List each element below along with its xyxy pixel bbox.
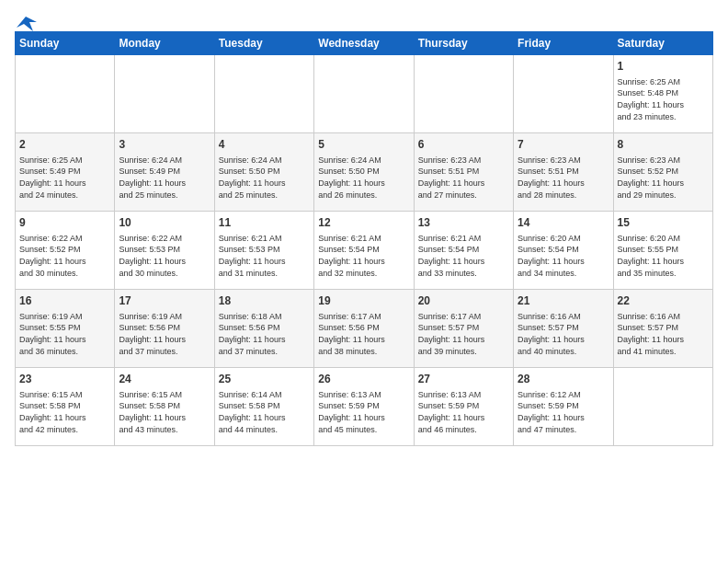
day-number: 5 <box>318 137 409 153</box>
day-header-sunday: Sunday <box>16 32 115 55</box>
calendar-cell: 19Sunrise: 6:17 AM Sunset: 5:56 PM Dayli… <box>314 290 414 368</box>
day-number: 4 <box>219 137 310 153</box>
cell-info-text: Sunrise: 6:19 AM Sunset: 5:55 PM Dayligh… <box>19 311 110 357</box>
calendar-cell <box>414 55 513 133</box>
calendar-cell: 6Sunrise: 6:23 AM Sunset: 5:51 PM Daylig… <box>414 133 513 212</box>
day-number: 27 <box>418 372 509 387</box>
calendar-header-row: SundayMondayTuesdayWednesdayThursdayFrid… <box>16 32 713 55</box>
calendar-cell: 21Sunrise: 6:16 AM Sunset: 5:57 PM Dayli… <box>514 290 613 368</box>
day-header-thursday: Thursday <box>414 32 513 55</box>
cell-info-text: Sunrise: 6:12 AM Sunset: 5:59 PM Dayligh… <box>518 389 609 435</box>
cell-info-text: Sunrise: 6:24 AM Sunset: 5:50 PM Dayligh… <box>318 155 409 201</box>
calendar-week-4: 16Sunrise: 6:19 AM Sunset: 5:55 PM Dayli… <box>16 290 713 368</box>
cell-info-text: Sunrise: 6:15 AM Sunset: 5:58 PM Dayligh… <box>19 389 110 435</box>
calendar-cell: 4Sunrise: 6:24 AM Sunset: 5:50 PM Daylig… <box>214 133 313 212</box>
calendar-cell <box>16 55 115 133</box>
day-number: 18 <box>219 293 310 309</box>
calendar-cell <box>314 55 414 133</box>
calendar-cell: 8Sunrise: 6:23 AM Sunset: 5:52 PM Daylig… <box>613 133 712 212</box>
day-number: 15 <box>618 215 709 231</box>
calendar-cell: 1Sunrise: 6:25 AM Sunset: 5:48 PM Daylig… <box>613 55 712 133</box>
calendar-cell: 27Sunrise: 6:13 AM Sunset: 5:59 PM Dayli… <box>414 368 513 446</box>
calendar-cell: 12Sunrise: 6:21 AM Sunset: 5:54 PM Dayli… <box>314 212 414 290</box>
calendar-cell: 14Sunrise: 6:20 AM Sunset: 5:54 PM Dayli… <box>514 212 613 290</box>
calendar-cell: 26Sunrise: 6:13 AM Sunset: 5:59 PM Dayli… <box>314 368 414 446</box>
cell-info-text: Sunrise: 6:17 AM Sunset: 5:57 PM Dayligh… <box>418 311 509 357</box>
logo-bird-icon <box>17 15 37 31</box>
cell-info-text: Sunrise: 6:24 AM Sunset: 5:50 PM Dayligh… <box>219 155 310 201</box>
day-number: 22 <box>618 293 709 309</box>
cell-info-text: Sunrise: 6:25 AM Sunset: 5:49 PM Dayligh… <box>19 155 110 201</box>
cell-info-text: Sunrise: 6:14 AM Sunset: 5:58 PM Dayligh… <box>219 389 310 435</box>
cell-info-text: Sunrise: 6:22 AM Sunset: 5:52 PM Dayligh… <box>19 233 110 279</box>
day-number: 2 <box>19 137 110 153</box>
calendar-cell: 10Sunrise: 6:22 AM Sunset: 5:53 PM Dayli… <box>115 212 214 290</box>
calendar-cell <box>514 55 613 133</box>
day-number: 24 <box>119 372 210 387</box>
cell-info-text: Sunrise: 6:16 AM Sunset: 5:57 PM Dayligh… <box>518 311 609 357</box>
calendar-cell: 9Sunrise: 6:22 AM Sunset: 5:52 PM Daylig… <box>16 212 115 290</box>
calendar-cell: 25Sunrise: 6:14 AM Sunset: 5:58 PM Dayli… <box>214 368 313 446</box>
cell-info-text: Sunrise: 6:13 AM Sunset: 5:59 PM Dayligh… <box>318 389 409 435</box>
day-number: 8 <box>618 137 709 153</box>
calendar-cell: 16Sunrise: 6:19 AM Sunset: 5:55 PM Dayli… <box>16 290 115 368</box>
calendar-table: SundayMondayTuesdayWednesdayThursdayFrid… <box>15 31 713 446</box>
day-number: 26 <box>318 372 409 387</box>
day-number: 7 <box>518 137 609 153</box>
day-number: 1 <box>618 59 709 75</box>
cell-info-text: Sunrise: 6:16 AM Sunset: 5:57 PM Dayligh… <box>618 311 709 357</box>
day-number: 25 <box>219 372 310 387</box>
cell-info-text: Sunrise: 6:19 AM Sunset: 5:56 PM Dayligh… <box>119 311 210 357</box>
calendar-cell: 15Sunrise: 6:20 AM Sunset: 5:55 PM Dayli… <box>613 212 712 290</box>
calendar-cell: 13Sunrise: 6:21 AM Sunset: 5:54 PM Dayli… <box>414 212 513 290</box>
calendar-cell: 7Sunrise: 6:23 AM Sunset: 5:51 PM Daylig… <box>514 133 613 212</box>
day-header-monday: Monday <box>115 32 214 55</box>
calendar-week-3: 9Sunrise: 6:22 AM Sunset: 5:52 PM Daylig… <box>16 212 713 290</box>
page-header <box>15 15 713 28</box>
calendar-cell <box>613 368 712 446</box>
day-number: 10 <box>119 215 210 231</box>
cell-info-text: Sunrise: 6:25 AM Sunset: 5:48 PM Dayligh… <box>618 76 709 122</box>
day-number: 3 <box>119 137 210 153</box>
day-number: 21 <box>518 293 609 309</box>
day-number: 14 <box>518 215 609 231</box>
day-number: 19 <box>318 293 409 309</box>
cell-info-text: Sunrise: 6:23 AM Sunset: 5:51 PM Dayligh… <box>418 155 509 201</box>
calendar-cell: 11Sunrise: 6:21 AM Sunset: 5:53 PM Dayli… <box>214 212 313 290</box>
calendar-cell <box>115 55 214 133</box>
day-number: 28 <box>518 372 609 387</box>
cell-info-text: Sunrise: 6:15 AM Sunset: 5:58 PM Dayligh… <box>119 389 210 435</box>
cell-info-text: Sunrise: 6:20 AM Sunset: 5:54 PM Dayligh… <box>518 233 609 279</box>
cell-info-text: Sunrise: 6:13 AM Sunset: 5:59 PM Dayligh… <box>418 389 509 435</box>
calendar-cell: 17Sunrise: 6:19 AM Sunset: 5:56 PM Dayli… <box>115 290 214 368</box>
calendar-cell: 22Sunrise: 6:16 AM Sunset: 5:57 PM Dayli… <box>613 290 712 368</box>
calendar-cell: 24Sunrise: 6:15 AM Sunset: 5:58 PM Dayli… <box>115 368 214 446</box>
day-number: 13 <box>418 215 509 231</box>
calendar-week-5: 23Sunrise: 6:15 AM Sunset: 5:58 PM Dayli… <box>16 368 713 446</box>
calendar-week-2: 2Sunrise: 6:25 AM Sunset: 5:49 PM Daylig… <box>16 133 713 212</box>
day-header-wednesday: Wednesday <box>314 32 414 55</box>
cell-info-text: Sunrise: 6:20 AM Sunset: 5:55 PM Dayligh… <box>618 233 709 279</box>
day-header-saturday: Saturday <box>613 32 712 55</box>
cell-info-text: Sunrise: 6:23 AM Sunset: 5:51 PM Dayligh… <box>518 155 609 201</box>
calendar-cell: 20Sunrise: 6:17 AM Sunset: 5:57 PM Dayli… <box>414 290 513 368</box>
day-number: 11 <box>219 215 310 231</box>
day-header-friday: Friday <box>514 32 613 55</box>
day-number: 6 <box>418 137 509 153</box>
logo <box>15 15 37 28</box>
cell-info-text: Sunrise: 6:21 AM Sunset: 5:54 PM Dayligh… <box>318 233 409 279</box>
cell-info-text: Sunrise: 6:21 AM Sunset: 5:54 PM Dayligh… <box>418 233 509 279</box>
calendar-cell: 3Sunrise: 6:24 AM Sunset: 5:49 PM Daylig… <box>115 133 214 212</box>
calendar-cell: 28Sunrise: 6:12 AM Sunset: 5:59 PM Dayli… <box>514 368 613 446</box>
calendar-cell: 23Sunrise: 6:15 AM Sunset: 5:58 PM Dayli… <box>16 368 115 446</box>
cell-info-text: Sunrise: 6:17 AM Sunset: 5:56 PM Dayligh… <box>318 311 409 357</box>
cell-info-text: Sunrise: 6:21 AM Sunset: 5:53 PM Dayligh… <box>219 233 310 279</box>
cell-info-text: Sunrise: 6:23 AM Sunset: 5:52 PM Dayligh… <box>618 155 709 201</box>
calendar-cell: 2Sunrise: 6:25 AM Sunset: 5:49 PM Daylig… <box>16 133 115 212</box>
day-number: 16 <box>19 293 110 309</box>
day-number: 17 <box>119 293 210 309</box>
cell-info-text: Sunrise: 6:18 AM Sunset: 5:56 PM Dayligh… <box>219 311 310 357</box>
calendar-cell: 5Sunrise: 6:24 AM Sunset: 5:50 PM Daylig… <box>314 133 414 212</box>
day-number: 9 <box>19 215 110 231</box>
day-number: 20 <box>418 293 509 309</box>
